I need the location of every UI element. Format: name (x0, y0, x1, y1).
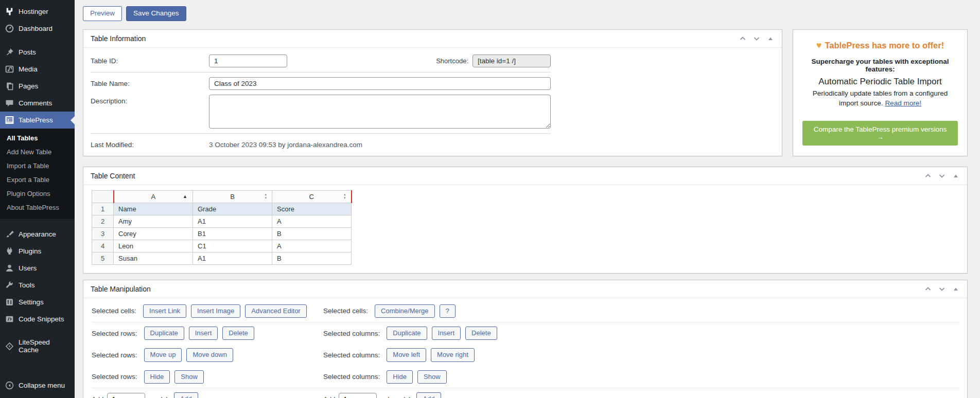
plug-icon (5, 247, 14, 256)
table-row: 2 Amy A1 A (92, 215, 352, 227)
submenu-all-tables[interactable]: All Tables (0, 131, 75, 145)
move-columns-left-button[interactable]: Move left (387, 348, 426, 361)
table-cell[interactable]: B (272, 227, 352, 240)
read-more-link[interactable]: Read more! (885, 99, 921, 107)
submenu-add-new-table[interactable]: Add New Table (0, 145, 75, 159)
add-columns-count-input[interactable] (339, 393, 377, 398)
delete-rows-button[interactable]: Delete (222, 327, 254, 340)
compare-premium-button[interactable]: Compare the TablePress premium versions … (802, 121, 958, 146)
selected-cells-label: Selected cells: (323, 307, 368, 315)
sort-ascending-icon[interactable]: ▲ (183, 194, 187, 199)
user-icon (5, 264, 14, 273)
table-cell[interactable]: Susan (114, 252, 193, 264)
column-header-b[interactable]: B ▴▾ (193, 190, 272, 203)
table-cell[interactable]: Grade (193, 203, 272, 215)
sidebar-item-dashboard[interactable]: Dashboard (0, 20, 75, 37)
add-rows-button[interactable]: Add (174, 392, 198, 398)
description-textarea[interactable] (209, 95, 551, 129)
submenu-export-a-table[interactable]: Export a Table (0, 173, 75, 187)
sort-toggle-icon[interactable]: ▴▾ (344, 193, 346, 200)
move-down-icon[interactable] (938, 285, 946, 293)
row-number[interactable]: 5 (92, 252, 114, 264)
table-cell[interactable]: C1 (193, 240, 272, 252)
show-rows-button[interactable]: Show (174, 370, 204, 384)
sidebar-item-media[interactable]: Media (0, 61, 75, 78)
table-cell[interactable]: A (272, 215, 352, 227)
insert-image-button[interactable]: Insert Image (191, 304, 240, 318)
combine-merge-button[interactable]: Combine/Merge (375, 304, 435, 318)
table-cell[interactable]: Score (272, 203, 352, 215)
shortcode-input[interactable] (472, 55, 551, 67)
table-cell[interactable]: A1 (193, 215, 272, 227)
submenu-plugin-options[interactable]: Plugin Options (0, 187, 75, 201)
sidebar-item-appearance[interactable]: Appearance (0, 226, 75, 243)
table-name-input[interactable] (209, 77, 551, 90)
collapse-menu-button[interactable]: Collapse menu (0, 377, 75, 394)
row-number[interactable]: 3 (92, 227, 114, 240)
sidebar-item-label: Posts (19, 48, 36, 56)
sidebar-item-code-snippets[interactable]: Code Snippets (0, 311, 75, 328)
table-row: 4 Leon C1 A (92, 240, 352, 252)
sidebar-item-posts[interactable]: Posts (0, 44, 75, 61)
table-cell[interactable]: B (272, 252, 352, 264)
column-header-c[interactable]: C ▴▾ (272, 190, 352, 203)
help-button[interactable]: ? (440, 304, 456, 318)
add-columns-label: Add (323, 395, 335, 398)
duplicate-rows-button[interactable]: Duplicate (144, 327, 184, 340)
duplicate-columns-button[interactable]: Duplicate (387, 327, 427, 340)
delete-columns-button[interactable]: Delete (465, 327, 497, 340)
table-cell[interactable]: Name (114, 203, 193, 215)
move-down-icon[interactable] (938, 172, 946, 180)
sidebar-item-tools[interactable]: Tools (0, 277, 75, 294)
sidebar-item-litespeed-cache[interactable]: LiteSpeed Cache (0, 334, 75, 358)
submenu-import-a-table[interactable]: Import a Table (0, 159, 75, 173)
insert-rows-button[interactable]: Insert (189, 327, 218, 340)
move-columns-right-button[interactable]: Move right (431, 348, 475, 361)
add-columns-button[interactable]: Add (416, 392, 441, 398)
table-id-input[interactable] (209, 55, 287, 67)
hide-columns-button[interactable]: Hide (387, 370, 413, 384)
shortcode-label: Shortcode: (436, 57, 468, 65)
toggle-panel-icon[interactable] (952, 285, 960, 293)
insert-link-button[interactable]: Insert Link (143, 304, 186, 318)
move-rows-up-button[interactable]: Move up (144, 348, 182, 361)
show-columns-button[interactable]: Show (417, 370, 447, 384)
submenu-about-tablepress[interactable]: About TablePress (0, 201, 75, 214)
sidebar-item-hostinger[interactable]: Hostinger (0, 3, 75, 20)
move-up-icon[interactable] (924, 285, 932, 293)
sidebar-item-comments[interactable]: Comments (0, 95, 75, 112)
move-down-icon[interactable] (752, 34, 761, 43)
sidebar-item-users[interactable]: Users (0, 260, 75, 277)
sidebar-item-tablepress[interactable]: TablePress (0, 112, 75, 129)
toggle-panel-icon[interactable] (952, 172, 960, 180)
sort-toggle-icon[interactable]: ▴▾ (265, 193, 267, 200)
sidebar-item-pages[interactable]: Pages (0, 78, 75, 95)
row-number[interactable]: 1 (92, 203, 114, 215)
move-rows-down-button[interactable]: Move down (186, 348, 233, 361)
column-header-a[interactable]: A ▲ (114, 190, 193, 203)
sidebar-item-label: Appearance (19, 230, 56, 238)
advanced-editor-button[interactable]: Advanced Editor (245, 304, 306, 318)
add-rows-count-input[interactable] (107, 393, 145, 398)
move-up-icon[interactable] (924, 172, 932, 180)
sidebar-item-label: Media (19, 65, 38, 73)
table-cell[interactable]: Corey (114, 227, 193, 240)
select-all-corner-cell[interactable] (92, 190, 114, 203)
table-cell[interactable]: A (272, 240, 352, 252)
move-up-icon[interactable] (739, 34, 747, 43)
preview-button[interactable]: Preview (83, 6, 122, 21)
last-modified-label: Last Modified: (91, 138, 209, 149)
sidebar-item-plugins[interactable]: Plugins (0, 243, 75, 260)
row-number[interactable]: 4 (92, 240, 114, 252)
toggle-panel-icon[interactable] (766, 34, 775, 43)
sidebar-item-settings[interactable]: Settings (0, 294, 75, 311)
table-cell[interactable]: B1 (193, 227, 272, 240)
table-cell[interactable]: Amy (114, 215, 193, 227)
row-number[interactable]: 2 (92, 215, 114, 227)
table-cell[interactable]: A1 (193, 252, 272, 264)
insert-columns-button[interactable]: Insert (432, 327, 461, 340)
save-changes-button[interactable]: Save Changes (126, 6, 186, 21)
table-manipulation-panel: Table Manipulation Selected cells: Inser… (83, 280, 968, 398)
table-cell[interactable]: Leon (114, 240, 193, 252)
hide-rows-button[interactable]: Hide (144, 370, 170, 384)
